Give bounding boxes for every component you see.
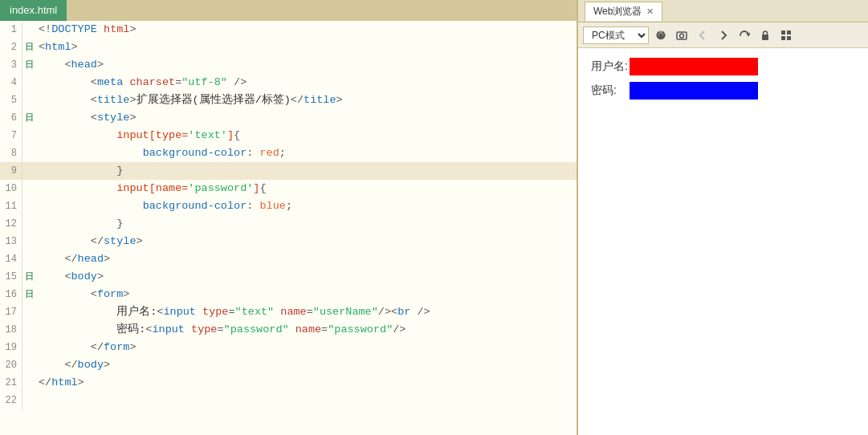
code-line: 16 日 <form> — [0, 286, 577, 303]
line-number: 21 — [0, 374, 22, 392]
fold-icon[interactable]: 日 — [22, 56, 35, 74]
line-number: 10 — [0, 180, 22, 197]
line-number: 4 — [0, 74, 22, 91]
grid-icon[interactable] — [777, 26, 795, 44]
username-label: 用户名: — [591, 59, 630, 74]
code-line: 8 background-color: red; — [0, 144, 577, 162]
line-number: 22 — [0, 392, 22, 409]
fold-icon — [22, 321, 35, 339]
line-number: 15 — [0, 268, 22, 286]
code-line: 19 </form> — [0, 339, 577, 356]
fold-icon — [22, 250, 35, 268]
fold-icon — [22, 374, 35, 392]
fold-icon — [22, 392, 35, 409]
fold-icon — [22, 91, 35, 109]
username-input[interactable] — [630, 58, 758, 75]
code-line: 9 } — [0, 162, 577, 180]
line-number: 5 — [0, 91, 22, 109]
gear-icon[interactable] — [652, 26, 670, 44]
code-content: </style> — [35, 233, 143, 250]
fold-icon[interactable]: 日 — [22, 286, 35, 303]
fold-icon[interactable]: 日 — [22, 39, 35, 56]
fold-icon — [22, 21, 35, 39]
svg-rect-3 — [762, 35, 768, 40]
code-line: 12 } — [0, 215, 577, 233]
fold-icon — [22, 197, 35, 215]
code-line: 21 </html> — [0, 374, 577, 392]
back-icon[interactable] — [694, 26, 711, 44]
code-content: <!DOCTYPE html> — [35, 21, 137, 39]
code-content: background-color: blue; — [35, 197, 292, 215]
fold-icon — [22, 233, 35, 250]
code-line: 13 </style> — [0, 233, 577, 250]
password-input[interactable] — [630, 82, 758, 100]
code-content: } — [35, 215, 123, 233]
fold-icon — [22, 339, 35, 356]
password-label: 密码: — [591, 83, 630, 98]
forward-icon[interactable] — [715, 26, 732, 44]
code-content: input[name='password']{ — [35, 180, 267, 197]
code-line: 3 日 <head> — [0, 56, 577, 74]
line-number: 18 — [0, 321, 22, 339]
editor-tab[interactable]: index.html — [0, 0, 67, 21]
code-line: 14 </head> — [0, 250, 577, 268]
line-number: 7 — [0, 127, 22, 144]
code-content — [35, 392, 39, 409]
close-tab-button[interactable]: ✕ — [646, 6, 654, 17]
code-content: background-color: red; — [35, 144, 286, 162]
code-line: 22 — [0, 392, 577, 409]
svg-point-2 — [680, 34, 684, 38]
code-content: <style> — [35, 109, 137, 127]
code-area[interactable]: 1 <!DOCTYPE html> 2 日 <html> 3 日 <head> … — [0, 21, 577, 435]
browser-tab[interactable]: Web浏览器 ✕ — [585, 2, 662, 21]
mode-select[interactable]: PC模式 手机模式 — [583, 26, 649, 44]
code-line: 11 background-color: blue; — [0, 197, 577, 215]
line-number: 14 — [0, 250, 22, 268]
svg-rect-6 — [781, 36, 785, 40]
code-content: <head> — [35, 56, 104, 74]
code-content: <body> — [35, 268, 104, 286]
refresh-icon[interactable] — [736, 26, 753, 44]
code-content: } — [35, 162, 123, 180]
line-number: 8 — [0, 144, 22, 162]
code-line: 10 input[name='password']{ — [0, 180, 577, 197]
svg-rect-4 — [781, 30, 785, 35]
svg-rect-7 — [787, 36, 791, 40]
line-number: 1 — [0, 21, 22, 39]
line-number: 6 — [0, 109, 22, 127]
browser-panel: Web浏览器 ✕ PC模式 手机模式 — [578, 0, 868, 435]
password-row: 密码: — [591, 82, 855, 100]
code-line: 7 input[type='text']{ — [0, 127, 577, 144]
code-content: <meta charset="utf-8" /> — [35, 74, 247, 91]
line-number: 13 — [0, 233, 22, 250]
fold-icon — [22, 180, 35, 197]
fold-icon — [22, 356, 35, 374]
fold-icon[interactable]: 日 — [22, 109, 35, 127]
code-line: 20 </body> — [0, 356, 577, 374]
code-line: 17 用户名:<input type="text" name="userName… — [0, 303, 577, 321]
code-content: input[type='text']{ — [35, 127, 240, 144]
lock-icon[interactable] — [756, 26, 774, 44]
username-row: 用户名: — [591, 58, 855, 75]
fold-icon[interactable]: 日 — [22, 268, 35, 286]
browser-tab-label: Web浏览器 — [593, 5, 642, 18]
fold-icon — [22, 303, 35, 321]
browser-content: 用户名: 密码: — [578, 48, 868, 435]
fold-icon — [22, 162, 35, 180]
fold-icon — [22, 144, 35, 162]
code-content: </head> — [35, 250, 110, 268]
line-number: 20 — [0, 356, 22, 374]
browser-tab-bar: Web浏览器 ✕ — [578, 0, 868, 22]
editor-panel: index.html 1 <!DOCTYPE html> 2 日 <html> … — [0, 0, 578, 435]
code-content: </form> — [35, 339, 137, 356]
line-number: 12 — [0, 215, 22, 233]
code-content: 用户名:<input type="text" name="userName"/>… — [35, 303, 430, 321]
line-number: 17 — [0, 303, 22, 321]
screenshot-icon[interactable] — [673, 26, 691, 44]
code-line: 5 <title>扩展选择器(属性选择器/标签)</title> — [0, 91, 577, 109]
line-number: 9 — [0, 162, 22, 180]
line-number: 3 — [0, 56, 22, 74]
code-content: <title>扩展选择器(属性选择器/标签)</title> — [35, 91, 343, 109]
line-number: 19 — [0, 339, 22, 356]
fold-icon — [22, 127, 35, 144]
